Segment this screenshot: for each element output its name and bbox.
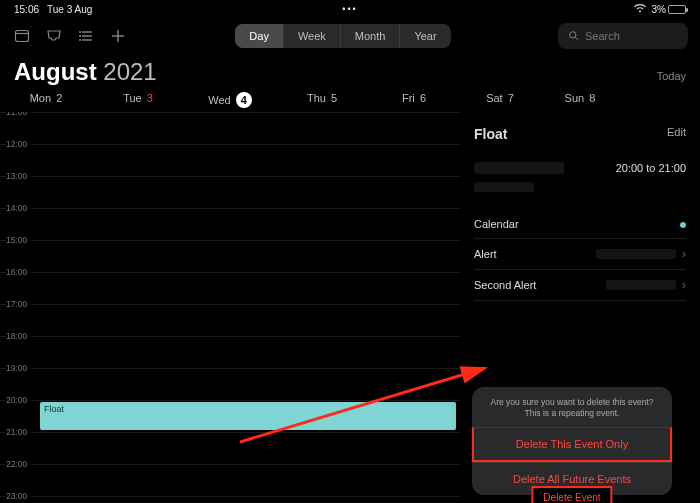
hour-label: 21:00 xyxy=(6,427,31,437)
add-icon[interactable] xyxy=(108,26,128,46)
hour-row: 14:00 xyxy=(0,208,460,240)
status-date: Tue 3 Aug xyxy=(47,4,92,15)
svg-point-7 xyxy=(79,39,81,41)
title-month: August xyxy=(14,58,97,85)
search-field[interactable] xyxy=(558,23,688,49)
wifi-icon xyxy=(634,4,646,15)
day-thu[interactable]: Thu 5 xyxy=(276,92,368,108)
hour-label: 15:00 xyxy=(6,235,31,245)
hour-row: 19:00 xyxy=(0,368,460,400)
hour-label: 12:00 xyxy=(6,139,31,149)
battery-indicator: 3% xyxy=(652,4,686,15)
hour-row: 13:00 xyxy=(0,176,460,208)
inbox-icon[interactable] xyxy=(44,26,64,46)
status-time: 15:06 xyxy=(14,4,39,15)
event-block-float[interactable]: Float xyxy=(40,402,456,430)
hour-label: 17:00 xyxy=(6,299,31,309)
search-input[interactable] xyxy=(585,30,678,42)
hour-row: 16:00 xyxy=(0,272,460,304)
day-tue[interactable]: Tue 3 xyxy=(92,92,184,108)
page-title: August 2021 xyxy=(14,58,157,86)
svg-point-10 xyxy=(570,32,576,38)
calendar-dot xyxy=(680,222,686,228)
day-sun[interactable]: Sun 8 xyxy=(540,92,620,108)
btn-delete-event[interactable]: Delete Event xyxy=(531,486,612,503)
delete-confirm-dialog: Are you sure you want to delete this eve… xyxy=(472,387,672,495)
row-calendar[interactable]: Calendar xyxy=(474,210,686,239)
title-year: 2021 xyxy=(103,58,156,85)
hour-row: 23:00 xyxy=(0,496,460,503)
title-row: August 2021 Today xyxy=(0,54,700,92)
dialog-message: Are you sure you want to delete this eve… xyxy=(472,397,672,427)
weekday-header: Mon 2 Tue 3 Wed 4 Thu 5 Fri 6 Sat 7 Sun … xyxy=(0,92,700,112)
hour-row: 22:00 xyxy=(0,464,460,496)
hour-label: 23:00 xyxy=(6,491,31,501)
edit-button[interactable]: Edit xyxy=(667,126,686,142)
status-bar: 15:06 Tue 3 Aug ••• 3% xyxy=(0,0,700,18)
chevron-right-icon: › xyxy=(682,247,686,261)
hour-label: 19:00 xyxy=(6,363,31,373)
row-alert[interactable]: Alert x› xyxy=(474,239,686,270)
hour-label: 20:00 xyxy=(6,395,31,405)
event-location-redacted: x xyxy=(474,162,564,174)
hour-label: 14:00 xyxy=(6,203,31,213)
search-icon xyxy=(568,27,579,45)
hour-row: 18:00 xyxy=(0,336,460,368)
event-title: Float xyxy=(474,126,507,142)
alert-value-redacted: x xyxy=(596,249,676,259)
view-segment: Day Week Month Year xyxy=(235,24,450,48)
day-fri[interactable]: Fri 6 xyxy=(368,92,460,108)
svg-point-5 xyxy=(79,31,81,33)
btn-delete-this-only[interactable]: Delete This Event Only xyxy=(472,427,672,462)
event-time-range: 20:00 to 21:00 xyxy=(616,162,686,174)
svg-line-11 xyxy=(575,37,577,39)
seg-month[interactable]: Month xyxy=(341,24,401,48)
hour-row: 11:00 xyxy=(0,112,460,144)
seg-week[interactable]: Week xyxy=(284,24,341,48)
hour-label: 22:00 xyxy=(6,459,31,469)
day-wed[interactable]: Wed 4 xyxy=(184,92,276,108)
second-alert-value-redacted: x xyxy=(606,280,676,290)
hour-row: 17:00 xyxy=(0,304,460,336)
hour-row: 21:00 xyxy=(0,432,460,464)
calendar-icon[interactable] xyxy=(12,26,32,46)
day-sat[interactable]: Sat 7 xyxy=(460,92,540,108)
app-toolbar: Day Week Month Year xyxy=(0,18,700,54)
list-icon[interactable] xyxy=(76,26,96,46)
svg-rect-0 xyxy=(16,31,29,42)
svg-point-6 xyxy=(79,35,81,37)
seg-year[interactable]: Year xyxy=(400,24,450,48)
hour-row: 12:00 xyxy=(0,144,460,176)
battery-pct: 3% xyxy=(652,4,666,15)
hour-label: 11:00 xyxy=(6,112,31,117)
event-subtext-redacted: x xyxy=(474,182,534,192)
day-mon[interactable]: Mon 2 xyxy=(0,92,92,108)
today-button[interactable]: Today xyxy=(657,70,686,82)
day-timeline[interactable]: 11:0012:0013:0014:0015:0016:0017:0018:00… xyxy=(0,112,460,503)
hour-label: 16:00 xyxy=(6,267,31,277)
hour-label: 18:00 xyxy=(6,331,31,341)
hour-row: 15:00 xyxy=(0,240,460,272)
multitask-dots[interactable]: ••• xyxy=(342,4,357,14)
hour-label: 13:00 xyxy=(6,171,31,181)
chevron-right-icon: › xyxy=(682,278,686,292)
row-second-alert[interactable]: Second Alert x› xyxy=(474,270,686,301)
seg-day[interactable]: Day xyxy=(235,24,284,48)
